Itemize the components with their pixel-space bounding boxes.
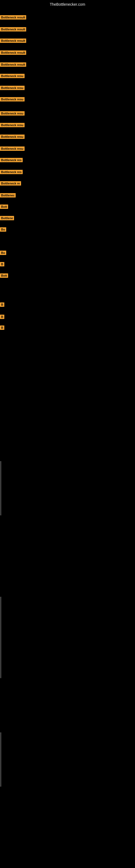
bottleneck-result-badge: Bo — [0, 251, 6, 255]
bottleneck-result-badge: Bottleneck result — [0, 62, 26, 67]
bottleneck-result-badge: Bott — [0, 273, 8, 278]
bottleneck-result-badge: B — [0, 262, 4, 267]
bottleneck-result-badge: Bottleneck resu — [0, 97, 25, 101]
bottleneck-result-badge: B — [0, 326, 4, 330]
bottleneck-result-badge: Bottleneck result — [0, 27, 26, 31]
bottleneck-result-badge: Bottleneck resu — [0, 74, 25, 78]
bottleneck-result-badge: Bottleneck res — [0, 170, 23, 174]
bottleneck-result-badge: Bottleneck resu — [0, 147, 25, 151]
bottleneck-result-badge: B — [0, 315, 4, 319]
bottleneck-result-badge: Bott — [0, 205, 8, 209]
bottleneck-result-badge: Bottleneck result — [0, 15, 26, 20]
bottleneck-result-badge: Bottleneck result — [0, 38, 26, 43]
bottleneck-result-badge: Bottleneck resu — [0, 123, 25, 127]
bottleneck-result-badge: Bottlene — [0, 216, 14, 220]
bottleneck-result-badge: Bottleneck result — [0, 51, 26, 55]
bottleneck-result-badge: Bottleneck resu — [0, 134, 25, 139]
bottleneck-result-badge: Bottleneck re — [0, 181, 21, 186]
site-title: TheBottlenecker.com — [50, 2, 85, 6]
vertical-line — [1, 461, 1, 516]
bottleneck-result-badge: B — [0, 303, 4, 307]
bottleneck-result-badge: Bottlenec — [0, 193, 16, 197]
bottleneck-result-badge: Bo — [0, 227, 6, 231]
bottleneck-result-badge: Bottleneck resu — [0, 86, 25, 90]
bottleneck-result-badge: Bottleneck resu — [0, 111, 25, 116]
vertical-line — [1, 733, 1, 786]
vertical-line — [1, 597, 1, 678]
bottleneck-result-badge: Bottleneck res — [0, 158, 23, 162]
